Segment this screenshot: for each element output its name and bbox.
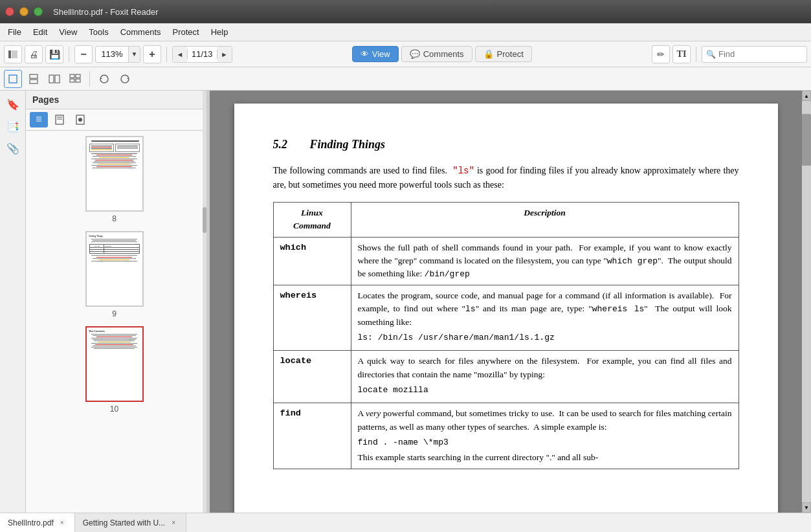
sidebar-tab-attachments[interactable]: [50, 112, 69, 127]
svg-rect-5: [49, 75, 54, 83]
maximize-button[interactable]: [34, 7, 43, 16]
intro-paragraph: The following commands are used to find …: [273, 164, 739, 192]
protect-lock-icon: 🔒: [483, 49, 494, 59]
svg-rect-8: [76, 74, 80, 78]
table-header-col1: LinuxCommand: [273, 203, 351, 238]
rotate-left-button[interactable]: [95, 70, 113, 88]
view-tab-button[interactable]: 👁 View: [352, 46, 399, 62]
menu-edit[interactable]: Edit: [28, 25, 52, 39]
main-content: 🔖 📑 📎 Pages: [0, 91, 811, 513]
page-thumbnail-10[interactable]: More Commands: [31, 326, 197, 414]
page-thumb-img-8: [85, 136, 144, 212]
separator-1: [69, 47, 69, 62]
main-toolbar: 🖨 💾 − 113% ▼ + ◄ 11/13 ► 👁 View 💬 Commen…: [0, 41, 811, 67]
separator-3: [696, 47, 696, 62]
pages-panel-content: 8 Finding Things Linux Cmd: [26, 131, 203, 513]
tab-close-shellintro[interactable]: ×: [58, 518, 67, 527]
section-number: 5.2: [273, 138, 288, 151]
svg-rect-1: [12, 50, 17, 58]
menu-tools[interactable]: Tools: [83, 25, 113, 39]
pdf-viewer[interactable]: 5.2 Finding Things The following command…: [210, 91, 802, 513]
table-row: locate A quick way to search for files a…: [273, 351, 739, 403]
menu-file[interactable]: File: [3, 25, 27, 39]
menu-view[interactable]: View: [54, 25, 82, 39]
sidebar-header: Pages: [26, 91, 203, 109]
pdf-page: 5.2 Finding Things The following command…: [234, 104, 778, 513]
sidebar-wrapper: Pages: [26, 91, 207, 513]
page-thumbnail-8[interactable]: 8: [31, 136, 197, 223]
next-page-button[interactable]: ►: [217, 46, 232, 63]
page-thumb-img-10: More Commands: [85, 326, 144, 402]
tab-label-shellintro: ShellIntro.pdf: [8, 518, 54, 527]
description-which: Shows the full path of shell commands fo…: [351, 237, 739, 285]
command-whereis: whereis: [273, 285, 351, 351]
page-thumbnail-9[interactable]: Finding Things Linux Cmd Description: [31, 231, 197, 318]
scroll-track: [802, 101, 811, 502]
left-nav: 🔖 📑 📎: [0, 91, 26, 513]
right-scrollbar[interactable]: ▲ ▼: [802, 91, 811, 513]
comments-tab-button[interactable]: 💬 Comments: [401, 46, 472, 62]
pages-panel-button[interactable]: 🔖: [3, 94, 23, 114]
text-tool-button[interactable]: TI: [672, 45, 691, 63]
sidebar-tab-other[interactable]: [71, 112, 89, 127]
sidebar-view-tabs: [26, 109, 203, 131]
sidebar-scrollbar[interactable]: [203, 91, 206, 513]
save-button[interactable]: 💾: [45, 45, 63, 63]
scroll-thumb[interactable]: [802, 114, 811, 166]
scroll-down-button[interactable]: ▼: [802, 502, 811, 513]
toggle-sidebar-button[interactable]: [4, 45, 22, 63]
command-locate: locate: [273, 351, 351, 403]
layout-toolbar: [0, 67, 811, 91]
separator-4: [89, 71, 90, 87]
page-thumb-label-8: 8: [112, 214, 117, 223]
table-row: find A very powerful command, but someti…: [273, 403, 739, 469]
attachments-panel-button[interactable]: 📎: [3, 139, 23, 158]
rotate-right-button[interactable]: [116, 70, 134, 88]
pen-tool-button[interactable]: ✏: [652, 45, 670, 63]
svg-rect-0: [8, 50, 11, 58]
menu-protect[interactable]: Protect: [168, 25, 205, 39]
svg-rect-4: [30, 80, 38, 83]
menu-help[interactable]: Help: [206, 25, 234, 39]
menu-bar: File Edit View Tools Comments Protect He…: [0, 23, 811, 41]
scroll-up-button[interactable]: ▲: [802, 91, 811, 101]
prev-page-button[interactable]: ◄: [173, 46, 187, 63]
view-eye-icon: 👁: [361, 49, 369, 59]
zoom-dropdown-button[interactable]: ▼: [128, 46, 140, 63]
sidebar-tab-thumbnails[interactable]: [30, 112, 48, 127]
menu-comments[interactable]: Comments: [115, 25, 166, 39]
command-which: which: [273, 237, 351, 285]
tab-gettingstarted[interactable]: Getting Started with U... ×: [75, 513, 186, 533]
zoom-value: 113%: [96, 49, 128, 59]
zoom-out-button[interactable]: −: [74, 45, 93, 63]
table-row: which Shows the full path of shell comma…: [273, 237, 739, 285]
single-page-view-button[interactable]: [4, 70, 22, 88]
continuous-view-button[interactable]: [25, 70, 43, 88]
description-whereis: Locates the program, source code, and ma…: [351, 285, 739, 351]
section-heading: 5.2 Finding Things: [273, 136, 739, 153]
command-find: find: [273, 403, 351, 469]
svg-marker-12: [127, 77, 129, 79]
svg-rect-6: [55, 75, 60, 83]
tab-shellintro[interactable]: ShellIntro.pdf ×: [0, 513, 75, 533]
comments-bubble-icon: 💬: [410, 49, 420, 59]
search-icon: 🔍: [706, 50, 716, 59]
two-page-continuous-button[interactable]: [66, 70, 84, 88]
svg-rect-17: [56, 115, 63, 124]
two-page-view-button[interactable]: [45, 70, 63, 88]
tab-label-gettingstarted: Getting Started with U...: [83, 518, 165, 527]
search-input[interactable]: [718, 49, 803, 59]
description-locate: A quick way to search for files anywhere…: [351, 351, 739, 403]
svg-point-21: [78, 118, 82, 122]
window-title: ShellIntro.pdf - Foxit Reader: [53, 7, 159, 17]
bookmarks-panel-button[interactable]: 📑: [3, 116, 23, 136]
print-button[interactable]: 🖨: [25, 45, 43, 63]
minimize-button[interactable]: [19, 7, 28, 16]
zoom-in-button[interactable]: +: [143, 45, 161, 63]
page-display: 11/13: [187, 49, 217, 59]
title-bar: ShellIntro.pdf - Foxit Reader: [0, 0, 811, 23]
ls-highlight: "ls": [452, 166, 474, 176]
close-button[interactable]: [5, 7, 14, 16]
protect-tab-button[interactable]: 🔒 Protect: [475, 46, 532, 62]
tab-close-gettingstarted[interactable]: ×: [169, 518, 178, 527]
